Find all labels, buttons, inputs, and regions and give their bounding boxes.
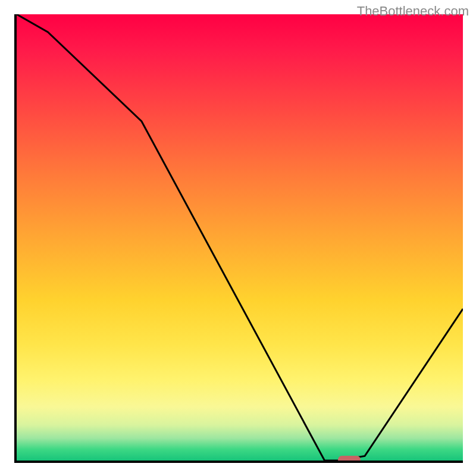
chart-plot-area xyxy=(14,14,463,463)
chart-curve xyxy=(17,14,463,461)
chart-container: TheBottleneck.com xyxy=(0,0,476,476)
marker-pill xyxy=(338,456,361,463)
watermark-text: TheBottleneck.com xyxy=(357,4,469,19)
